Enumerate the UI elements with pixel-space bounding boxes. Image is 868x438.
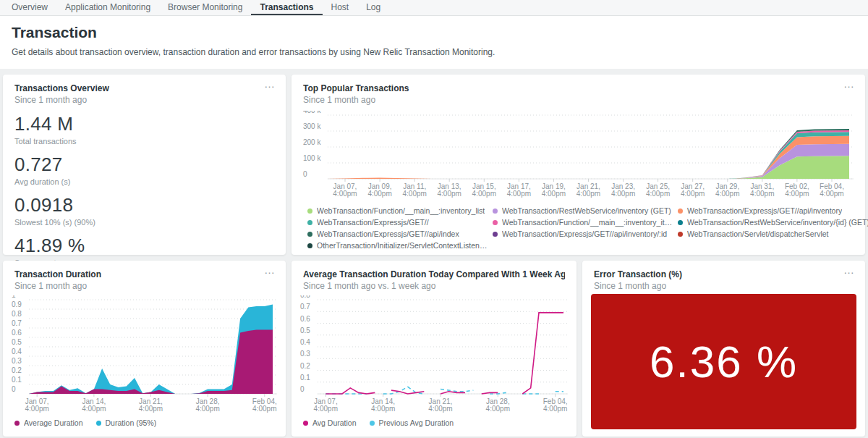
metric-value: 0.727: [14, 153, 274, 176]
legend-dot-icon: [678, 209, 683, 214]
legend-label: Previous Avg Duration: [379, 418, 454, 427]
legend-column: WebTransaction/Function/__main__:invento…: [307, 206, 488, 253]
metric-avg-duration: 0.727 Avg duration (s): [14, 153, 274, 186]
legend-dot-icon: [307, 232, 312, 237]
chart-legend: Average DurationDuration (95%): [14, 418, 274, 430]
legend-dot-icon: [14, 421, 20, 426]
svg-text:200 k: 200 k: [303, 138, 321, 146]
svg-text:4:00pm: 4:00pm: [438, 190, 461, 198]
svg-text:4:00pm: 4:00pm: [486, 405, 510, 413]
legend-dot-icon: [493, 209, 498, 214]
svg-text:0.8: 0.8: [12, 310, 22, 318]
svg-text:4:00pm: 4:00pm: [314, 405, 338, 413]
svg-text:4:00pm: 4:00pm: [472, 190, 496, 198]
svg-text:100 k: 100 k: [303, 154, 321, 162]
legend-item[interactable]: WebTransaction/Servlet/dispatcherServlet: [678, 229, 868, 238]
legend-item[interactable]: WebTransaction/RestWebService/inventory/…: [678, 218, 868, 227]
legend-dot-icon: [307, 209, 312, 214]
svg-text:4:00pm: 4:00pm: [576, 190, 600, 198]
svg-text:4:00pm: 4:00pm: [195, 405, 219, 413]
svg-text:0.1: 0.1: [300, 374, 310, 382]
svg-text:4:00pm: 4:00pm: [333, 190, 357, 198]
svg-text:4:00pm: 4:00pm: [681, 190, 705, 198]
panel-error-transaction: Error Transaction (%) Since 1 month ago …: [582, 261, 865, 437]
avg-duration-compare-chart[interactable]: 0.80.70.60.50.40.30.20.10Jan 07,4:00pmJa…: [300, 295, 568, 414]
page-description: Get details about transaction overview, …: [12, 47, 856, 57]
metric-value: 1.44 M: [14, 113, 274, 135]
legend-label: WebTransaction/Servlet/dispatcherServlet: [687, 229, 829, 238]
metric-value: 41.89 %: [14, 235, 274, 257]
metric-label: Slowest 10% (s) (90%): [14, 218, 274, 227]
svg-text:4:00pm: 4:00pm: [543, 405, 567, 413]
legend-item[interactable]: WebTransaction/Expressjs/GET//: [307, 218, 488, 227]
svg-text:0: 0: [303, 170, 307, 178]
svg-text:4:00pm: 4:00pm: [82, 405, 106, 413]
panel-subtitle: Since 1 month ago: [14, 281, 274, 291]
legend-label: WebTransaction/Expressjs/GET//api/invent…: [687, 206, 842, 215]
legend-dot-icon: [678, 232, 683, 237]
legend-item[interactable]: WebTransaction/RestWebService/inventory …: [493, 206, 673, 215]
svg-text:0.4: 0.4: [300, 338, 310, 346]
legend-label: Avg Duration: [312, 418, 357, 427]
chart-legend: WebTransaction/Function/__main__:invento…: [307, 206, 854, 253]
legend-item[interactable]: Duration (95%): [96, 418, 157, 427]
legend-label: WebTransaction/RestWebService/inventory …: [502, 206, 671, 215]
legend-item[interactable]: OtherTransaction/Initializer/ServletCont…: [307, 241, 488, 250]
tab-application-monitoring[interactable]: Application Monitoring: [56, 0, 159, 15]
metric-slowest-10: 0.0918 Slowest 10% (s) (90%): [14, 194, 274, 227]
svg-text:0.7: 0.7: [300, 303, 310, 311]
legend-item[interactable]: Avg Duration: [303, 418, 357, 427]
chart-legend: Avg DurationPrevious Avg Duration: [303, 418, 565, 430]
legend-item[interactable]: Previous Avg Duration: [370, 418, 454, 427]
svg-text:4:00pm: 4:00pm: [371, 405, 395, 413]
svg-text:0.6: 0.6: [12, 329, 22, 337]
error-rate-billboard: 6.36 %: [591, 294, 856, 429]
legend-dot-icon: [307, 243, 312, 248]
svg-text:4:00pm: 4:00pm: [611, 190, 635, 198]
ellipsis-menu-icon[interactable]: …: [843, 79, 855, 89]
legend-label: Duration (95%): [106, 418, 157, 427]
error-rate-value: 6.36 %: [650, 336, 798, 387]
legend-item[interactable]: WebTransaction/Function/__main__:invento…: [493, 218, 673, 227]
panel-title: Transactions Overview: [14, 83, 274, 93]
legend-dot-icon: [370, 421, 375, 426]
legend-label: WebTransaction/Function/__main__:invento…: [317, 206, 485, 215]
svg-text:1: 1: [12, 295, 16, 299]
legend-item[interactable]: WebTransaction/Expressjs/GET//api/invent…: [678, 206, 868, 215]
svg-text:0.2: 0.2: [12, 366, 22, 374]
tab-overview[interactable]: Overview: [3, 0, 56, 15]
legend-dot-icon: [307, 220, 312, 225]
svg-text:4:00pm: 4:00pm: [403, 190, 427, 198]
legend-dot-icon: [96, 421, 101, 426]
legend-column: WebTransaction/Expressjs/GET//api/invent…: [678, 206, 868, 253]
legend-dot-icon: [493, 232, 498, 237]
ellipsis-menu-icon[interactable]: …: [264, 79, 276, 89]
tab-transactions[interactable]: Transactions: [251, 0, 322, 15]
page-header: Transaction Get details about transactio…: [0, 16, 868, 69]
svg-text:0: 0: [12, 385, 16, 393]
svg-text:4:00pm: 4:00pm: [646, 190, 670, 198]
svg-text:0.9: 0.9: [12, 300, 22, 308]
tab-browser-monitoring[interactable]: Browser Monitoring: [159, 0, 251, 15]
metric-total-transactions: 1.44 M Total transactions: [14, 113, 274, 146]
legend-item[interactable]: WebTransaction/Expressjs/GET//api/index: [307, 229, 488, 238]
svg-text:4:00pm: 4:00pm: [25, 405, 49, 413]
svg-text:0.1: 0.1: [12, 376, 22, 384]
legend-dot-icon: [303, 421, 308, 426]
legend-label: WebTransaction/Expressjs/GET//: [317, 218, 429, 227]
legend-item[interactable]: Average Duration: [14, 418, 83, 427]
transaction-duration-chart[interactable]: 10.90.80.70.60.50.40.30.20.10Jan 07,4:00…: [12, 295, 277, 414]
legend-column: WebTransaction/RestWebService/inventory …: [493, 206, 673, 253]
top-popular-transactions-chart[interactable]: 400 k300 k200 k100 k0Jan 07,4:00pmJan 09…: [303, 111, 854, 199]
legend-item[interactable]: WebTransaction/Function/__main__:invento…: [307, 206, 488, 215]
svg-text:0: 0: [300, 385, 305, 393]
panel-transaction-duration: Transaction Duration Since 1 month ago ……: [3, 261, 286, 437]
legend-item[interactable]: WebTransaction/Expressjs/GET//api/invent…: [493, 229, 673, 238]
tab-host[interactable]: Host: [323, 0, 358, 15]
ellipsis-menu-icon[interactable]: …: [555, 265, 566, 275]
svg-text:4:00pm: 4:00pm: [139, 405, 163, 413]
panel-subtitle: Since 1 month ago: [594, 281, 854, 291]
ellipsis-menu-icon[interactable]: …: [264, 265, 276, 275]
tab-log[interactable]: Log: [357, 0, 389, 15]
ellipsis-menu-icon[interactable]: …: [843, 265, 855, 275]
